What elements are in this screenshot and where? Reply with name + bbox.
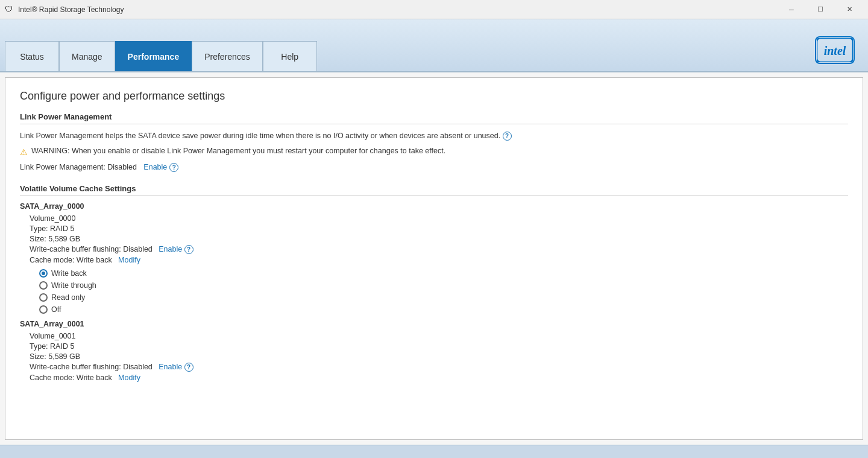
radio-off[interactable]: Off	[39, 305, 848, 314]
radio-read-only-btn[interactable]	[39, 293, 48, 302]
minimize-button[interactable]: ─	[778, 0, 805, 19]
title-bar: 🛡 Intel® Rapid Storage Technology ─ ☐ ✕	[0, 0, 868, 19]
radio-write-back[interactable]: Write back	[39, 269, 848, 278]
main-content: Configure power and performance settings…	[0, 72, 868, 445]
array-0-name: SATA_Array_0000	[20, 202, 848, 211]
close-button[interactable]: ✕	[835, 0, 863, 19]
radio-off-label: Off	[51, 305, 61, 314]
array-0-size: Size: 5,589 GB	[30, 235, 848, 243]
array-1-volume: Volume_0001	[30, 332, 848, 340]
warning-icon: ⚠	[20, 147, 28, 157]
page-title: Configure power and performance settings	[20, 90, 848, 103]
tab-help[interactable]: Help	[263, 41, 317, 71]
maximize-button[interactable]: ☐	[807, 0, 834, 19]
array-0-type: Type: RAID 5	[30, 224, 848, 233]
array-0-volume-block: Volume_0000 Type: RAID 5 Size: 5,589 GB …	[20, 214, 848, 314]
array-1-write-cache: Write-cache buffer flushing: Disabled En…	[30, 363, 848, 372]
array-0-enable-link[interactable]: Enable	[159, 245, 182, 253]
lpm-status-row: Link Power Management: Disabled Enable ?	[20, 163, 848, 172]
radio-off-btn[interactable]	[39, 305, 48, 314]
radio-write-back-label: Write back	[51, 269, 87, 278]
title-bar-left: 🛡 Intel® Rapid Storage Technology	[5, 5, 124, 14]
nav-tabs: Status Manage Performance Preferences He…	[5, 41, 317, 71]
tab-performance[interactable]: Performance	[115, 41, 192, 71]
intel-logo: intel	[814, 35, 856, 65]
array-0-volume: Volume_0000	[30, 214, 848, 223]
radio-write-back-btn[interactable]	[39, 269, 48, 278]
volatile-cache-section: Volatile Volume Cache Settings SATA_Arra…	[20, 184, 848, 382]
array-1-size: Size: 5,589 GB	[30, 352, 848, 361]
tab-manage[interactable]: Manage	[59, 41, 115, 71]
svg-text:intel: intel	[824, 44, 846, 57]
radio-read-only-label: Read only	[51, 293, 85, 302]
warning-row: ⚠ WARNING: When you enable or disable Li…	[20, 147, 848, 157]
link-power-management-title: Link Power Management	[20, 112, 848, 124]
link-power-management-section: Link Power Management Link Power Managem…	[20, 112, 848, 172]
radio-write-through-btn[interactable]	[39, 281, 48, 290]
array-1-type: Type: RAID 5	[30, 342, 848, 351]
array-1-volume-block: Volume_0001 Type: RAID 5 Size: 5,589 GB …	[20, 332, 848, 382]
radio-write-through-label: Write through	[51, 281, 96, 290]
array-1-modify-link[interactable]: Modify	[118, 374, 140, 382]
radio-write-through[interactable]: Write through	[39, 281, 848, 290]
array-0-wcbf-help-icon[interactable]: ?	[184, 245, 193, 254]
lpm-help-icon[interactable]: ?	[503, 132, 512, 141]
nav-area: Status Manage Performance Preferences He…	[0, 19, 868, 72]
radio-read-only[interactable]: Read only	[39, 293, 848, 302]
volatile-cache-title: Volatile Volume Cache Settings	[20, 184, 848, 196]
array-1-name: SATA_Array_0001	[20, 320, 848, 328]
status-bar	[0, 445, 868, 458]
lpm-description: Link Power Management helps the SATA dev…	[20, 130, 848, 142]
array-0-cache-mode: Cache mode: Write back Modify	[30, 256, 848, 264]
tab-status[interactable]: Status	[5, 41, 59, 71]
content-panel: Configure power and performance settings…	[5, 77, 863, 440]
array-1-wcbf-help-icon[interactable]: ?	[184, 363, 193, 372]
warning-text: WARNING: When you enable or disable Link…	[31, 147, 445, 155]
array-1-enable-link[interactable]: Enable	[159, 363, 182, 371]
array-1-cache-mode: Cache mode: Write back Modify	[30, 374, 848, 382]
array-0-modify-link[interactable]: Modify	[118, 256, 140, 264]
window-controls: ─ ☐ ✕	[778, 0, 863, 19]
lpm-enable-link[interactable]: Enable	[143, 163, 167, 171]
array-0-radio-group: Write back Write through Read only Off	[30, 269, 848, 314]
tab-preferences[interactable]: Preferences	[192, 41, 262, 71]
array-0-write-cache: Write-cache buffer flushing: Disabled En…	[30, 245, 848, 254]
radio-write-back-dot	[42, 272, 45, 275]
lpm-status-help-icon[interactable]: ?	[169, 163, 178, 172]
app-icon: 🛡	[5, 5, 14, 14]
lpm-status-label: Link Power Management: Disabled	[20, 163, 137, 171]
window-title: Intel® Rapid Storage Technology	[18, 5, 124, 14]
intel-logo-circle: intel	[815, 36, 855, 64]
